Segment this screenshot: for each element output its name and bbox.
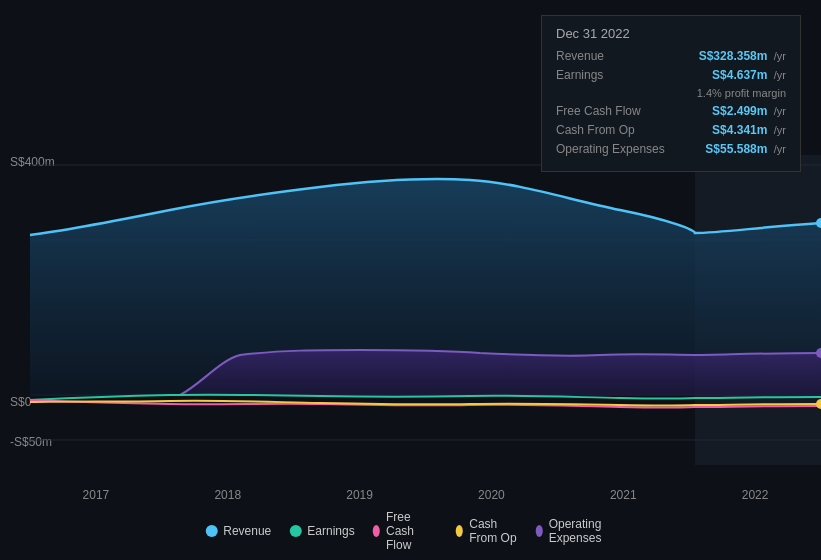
x-axis-labels: 2017 2018 2019 2020 2021 2022 xyxy=(30,488,821,502)
x-label-2021: 2021 xyxy=(610,488,637,502)
cashfromop-value-group: S$4.341m /yr xyxy=(712,123,786,137)
fcf-value-group: S$2.499m /yr xyxy=(712,104,786,118)
legend-label-cashfromop: Cash From Op xyxy=(469,517,517,545)
cashfromop-label: Cash From Op xyxy=(556,123,635,137)
opex-label: Operating Expenses xyxy=(556,142,665,156)
opex-value-group: S$55.588m /yr xyxy=(705,142,786,156)
legend-item-revenue: Revenue xyxy=(205,524,271,538)
x-label-2018: 2018 xyxy=(214,488,241,502)
legend-dot-opex xyxy=(535,525,542,537)
earnings-value-group: S$4.637m /yr xyxy=(712,68,786,82)
legend-label-revenue: Revenue xyxy=(223,524,271,538)
x-label-2019: 2019 xyxy=(346,488,373,502)
chart-svg xyxy=(0,155,821,465)
revenue-row: Revenue S$328.358m /yr xyxy=(556,49,786,63)
earnings-label: Earnings xyxy=(556,68,603,82)
legend-label-opex: Operating Expenses xyxy=(549,517,616,545)
fcf-label: Free Cash Flow xyxy=(556,104,641,118)
x-label-2017: 2017 xyxy=(83,488,110,502)
legend-item-opex: Operating Expenses xyxy=(535,517,615,545)
legend: Revenue Earnings Free Cash Flow Cash Fro… xyxy=(205,510,616,552)
legend-dot-cashfromop xyxy=(456,525,463,537)
legend-dot-revenue xyxy=(205,525,217,537)
x-label-2022: 2022 xyxy=(742,488,769,502)
revenue-value: S$328.358m /yr xyxy=(699,49,786,63)
opex-row: Operating Expenses S$55.588m /yr xyxy=(556,142,786,156)
tooltip-box: Dec 31 2022 Revenue S$328.358m /yr Earni… xyxy=(541,15,801,172)
legend-item-earnings: Earnings xyxy=(289,524,354,538)
legend-item-fcf: Free Cash Flow xyxy=(373,510,438,552)
profit-margin: 1.4% profit margin xyxy=(697,87,786,99)
legend-dot-fcf xyxy=(373,525,380,537)
earnings-row: Earnings S$4.637m /yr xyxy=(556,68,786,82)
legend-label-earnings: Earnings xyxy=(307,524,354,538)
fcf-row: Free Cash Flow S$2.499m /yr xyxy=(556,104,786,118)
tooltip-date: Dec 31 2022 xyxy=(556,26,786,41)
chart-container: Dec 31 2022 Revenue S$328.358m /yr Earni… xyxy=(0,0,821,560)
legend-item-cashfromop: Cash From Op xyxy=(456,517,517,545)
profit-margin-row: 1.4% profit margin xyxy=(556,87,786,99)
legend-label-fcf: Free Cash Flow xyxy=(386,510,438,552)
revenue-label: Revenue xyxy=(556,49,604,63)
cashfromop-row: Cash From Op S$4.341m /yr xyxy=(556,123,786,137)
x-label-2020: 2020 xyxy=(478,488,505,502)
legend-dot-earnings xyxy=(289,525,301,537)
